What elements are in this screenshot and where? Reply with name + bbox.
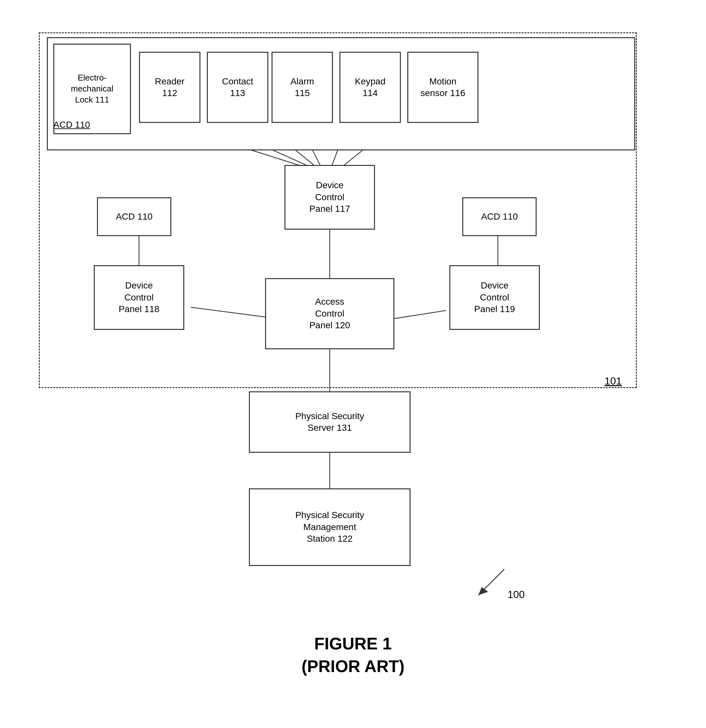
dcp-118-label: Device Control Panel 118 <box>119 280 159 315</box>
acd-110-left-box: ACD 110 <box>97 197 171 236</box>
physical-security-management-box: Physical Security Management Station 122 <box>249 488 411 566</box>
keypad-box: Keypad 114 <box>339 52 401 123</box>
acd-110-right-box: ACD 110 <box>462 197 537 236</box>
contact-box: Contact 113 <box>207 52 268 123</box>
contact-label: Contact 113 <box>222 76 254 99</box>
motion-sensor-label: Motion sensor 116 <box>421 76 465 99</box>
dcp-117-label: Device Control Panel 117 <box>309 179 350 215</box>
acd-110-right-label: ACD 110 <box>481 211 518 222</box>
svg-line-13 <box>478 569 504 595</box>
device-control-panel-117-box: Device Control Panel 117 <box>284 165 375 230</box>
device-control-panel-119-box: Device Control Panel 119 <box>450 265 540 330</box>
psm-label: Physical Security Management Station 122 <box>295 509 364 545</box>
figure-caption: FIGURE 1 (PRIOR ART) <box>0 634 706 676</box>
figure-title: FIGURE 1 <box>0 634 706 653</box>
svg-marker-14 <box>478 587 488 595</box>
figure-subtitle: (PRIOR ART) <box>0 657 706 676</box>
access-control-panel-120-box: Access Control Panel 120 <box>265 278 394 349</box>
acd-110-top-label: ACD 110 <box>53 120 90 130</box>
dcp-119-label: Device Control Panel 119 <box>474 280 515 315</box>
reader-label: Reader 112 <box>155 76 184 99</box>
device-control-panel-118-box: Device Control Panel 118 <box>94 265 184 330</box>
physical-security-server-box: Physical Security Server 131 <box>249 391 411 453</box>
ref-101-label: 101 <box>605 375 622 387</box>
acd-110-left-label: ACD 110 <box>116 211 153 222</box>
alarm-label: Alarm 115 <box>290 76 314 99</box>
alarm-box: Alarm 115 <box>272 52 333 123</box>
acp-120-label: Access Control Panel 120 <box>309 296 350 331</box>
electromechanical-lock-label: Electro- mechanical Lock 111 <box>71 72 114 105</box>
pss-label: Physical Security Server 131 <box>295 410 364 434</box>
reader-box: Reader 112 <box>139 52 200 123</box>
keypad-label: Keypad 114 <box>355 76 386 99</box>
ref-100-label: 100 <box>507 589 524 601</box>
motion-sensor-box: Motion sensor 116 <box>407 52 478 123</box>
